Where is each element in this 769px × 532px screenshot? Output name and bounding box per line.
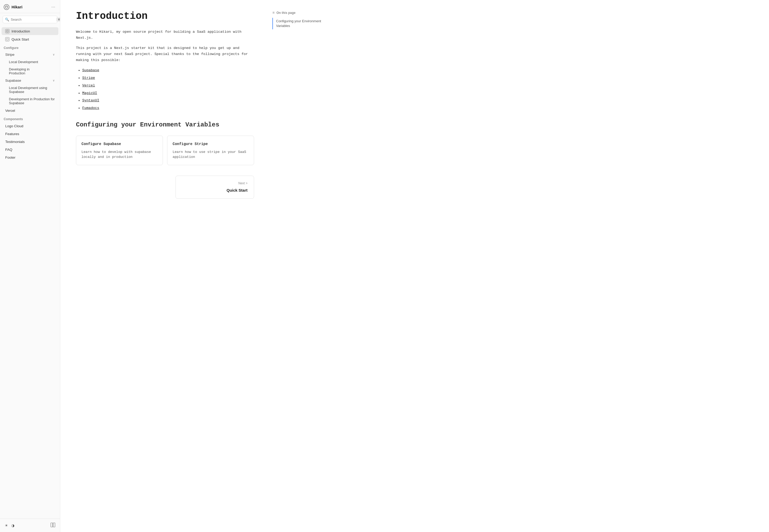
svg-rect-4	[6, 38, 8, 40]
next-page-card[interactable]: Next > Quick Start	[175, 176, 254, 199]
supabase-group-header[interactable]: Supabase ∨	[2, 77, 58, 84]
links-list: Supabase Stripe Vercel MagicUI SyntaxUI …	[76, 68, 254, 112]
svg-rect-1	[6, 30, 8, 32]
list-item: Supabase	[82, 68, 254, 74]
toc-panel: ≡ On this page Configuring your Environm…	[270, 0, 327, 532]
main-content: Introduction Welcome to Hikari, my open …	[60, 0, 270, 532]
sidebar-item-dev-prod-supabase[interactable]: Development in Production for Supabase	[2, 96, 58, 107]
configure-stripe-card[interactable]: Configure Stripe Learn how to use stripe…	[167, 136, 254, 165]
doc-icon	[5, 29, 9, 33]
quick-start-icon	[5, 37, 9, 41]
toc-title: ≡ On this page	[272, 10, 322, 15]
light-theme-button[interactable]: ☀	[4, 522, 9, 529]
toc-item-env-vars[interactable]: Configuring your Environment Variables	[272, 18, 322, 29]
syntaxui-link[interactable]: SyntaxUI	[82, 98, 99, 102]
intro-paragraph-2: This project is a Next.js starter kit th…	[76, 45, 254, 63]
sidebar-item-features[interactable]: Features	[2, 130, 58, 138]
stripe-group-header[interactable]: Stripe ∨	[2, 51, 58, 58]
list-item: Fumadocs	[82, 105, 254, 111]
dark-theme-button[interactable]: ◑	[10, 522, 15, 529]
supabase-chevron-icon: ∨	[53, 79, 55, 82]
search-icon: 🔍	[5, 18, 9, 21]
configure-stripe-title: Configure Stripe	[173, 141, 248, 147]
more-button[interactable]: ···	[50, 4, 56, 10]
configure-stripe-desc: Learn how to use stripe in your SaaS app…	[173, 149, 248, 160]
sidebar-nav: Introduction Quick Start Configure Strip…	[0, 25, 60, 519]
stripe-chevron-icon: ∨	[53, 53, 55, 56]
app-logo[interactable]: Hikari	[4, 4, 23, 10]
sidebar-item-quick-start[interactable]: Quick Start	[2, 35, 58, 43]
search-bar[interactable]: 🔍 ⌘ K	[3, 16, 57, 23]
sidebar-footer: ☀ ◑	[0, 519, 60, 532]
svg-rect-7	[51, 523, 53, 527]
sidebar-item-footer[interactable]: Footer	[2, 154, 58, 161]
stripe-label: Stripe	[5, 53, 14, 57]
next-page-title: Quick Start	[182, 187, 247, 194]
stripe-link[interactable]: Stripe	[82, 76, 95, 80]
introduction-label: Introduction	[12, 29, 30, 33]
fumadocs-link[interactable]: Fumadocs	[82, 106, 99, 110]
main-wrapper: Introduction Welcome to Hikari, my open …	[60, 0, 769, 532]
layout-toggle-button[interactable]	[49, 522, 56, 529]
configure-supabase-title: Configure Supabase	[81, 141, 157, 147]
sidebar-item-testimonials[interactable]: Testimonials	[2, 138, 58, 146]
sidebar-item-introduction[interactable]: Introduction	[2, 27, 58, 35]
list-item: SyntaxUI	[82, 98, 254, 104]
sidebar-item-faq[interactable]: FAQ	[2, 146, 58, 153]
supabase-link[interactable]: Supabase	[82, 68, 99, 72]
content-body: Welcome to Hikari, my open source projec…	[76, 29, 254, 199]
page-title: Introduction	[76, 10, 254, 22]
vercel-label: Vercel	[5, 109, 15, 113]
sidebar-item-local-development[interactable]: Local Development	[2, 58, 58, 65]
cmd-key: ⌘	[56, 18, 60, 21]
next-navigation: Next > Quick Start	[76, 176, 254, 199]
configure-supabase-desc: Learn how to develop with supabase local…	[81, 149, 157, 160]
sidebar: Hikari ··· 🔍 ⌘ K Introduction	[0, 0, 60, 532]
svg-rect-8	[53, 523, 55, 527]
sidebar-item-logo-cloud[interactable]: Logo Cloud	[2, 122, 58, 130]
list-item: Vercel	[82, 83, 254, 89]
svg-point-0	[5, 6, 8, 8]
env-vars-section-title: Configuring your Environment Variables	[76, 120, 254, 130]
quick-start-label: Quick Start	[12, 37, 29, 41]
magicui-link[interactable]: MagicUI	[82, 91, 97, 95]
list-item: MagicUI	[82, 90, 254, 96]
next-label: Next >	[182, 181, 247, 186]
components-section-label: Components	[0, 115, 60, 122]
supabase-label: Supabase	[5, 79, 21, 82]
sidebar-header: Hikari ···	[0, 0, 60, 13]
sidebar-item-developing-in-production[interactable]: Developing inProduction	[2, 66, 58, 77]
search-input[interactable]	[11, 18, 55, 21]
theme-toggles: ☀ ◑	[4, 522, 15, 529]
logo-icon	[4, 4, 9, 10]
env-cards-grid: Configure Supabase Learn how to develop …	[76, 136, 254, 165]
configure-section-label: Configure	[0, 43, 60, 51]
configure-supabase-card[interactable]: Configure Supabase Learn how to develop …	[76, 136, 163, 165]
sidebar-item-local-dev-supabase[interactable]: Local Development using Supabase	[2, 84, 58, 95]
intro-paragraph-1: Welcome to Hikari, my open source projec…	[76, 29, 254, 41]
list-item: Stripe	[82, 75, 254, 81]
sidebar-item-vercel[interactable]: Vercel	[2, 107, 58, 114]
vercel-link[interactable]: Vercel	[82, 84, 95, 87]
search-shortcuts: ⌘ K	[56, 18, 60, 21]
app-name: Hikari	[12, 5, 23, 9]
